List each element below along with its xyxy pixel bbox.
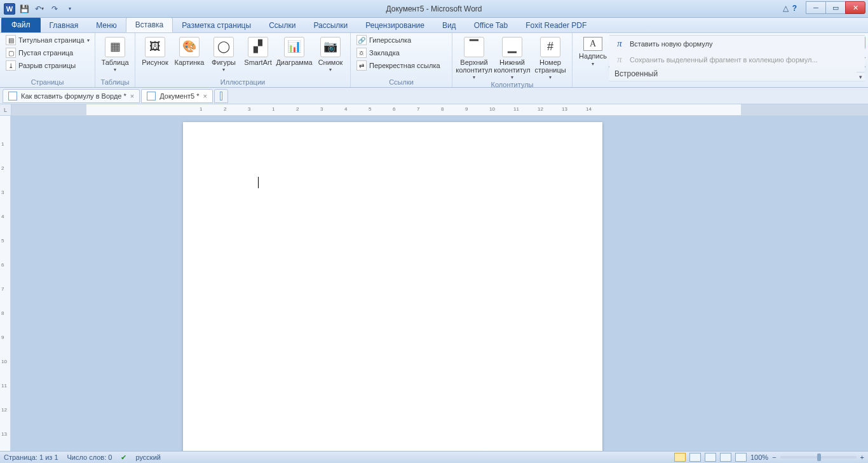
close-button[interactable]: ✕ [845, 1, 865, 14]
crossref-icon: ⇄ [356, 60, 367, 71]
document-canvas[interactable] [11, 116, 868, 451]
crossref-button[interactable]: ⇄Перекрестная ссылка [355, 60, 442, 71]
close-tab-icon[interactable]: × [130, 92, 134, 100]
picture-icon: 🖼 [145, 37, 165, 57]
shapes-button[interactable]: ◯Фигуры▾ [208, 34, 240, 73]
hyperlink-icon: 🔗 [356, 35, 367, 45]
footer-icon: ▁ [502, 37, 522, 57]
maximize-button[interactable]: ▭ [825, 1, 846, 14]
status-words[interactable]: Число слов: 0 [67, 453, 112, 461]
horizontal-ruler[interactable]: 123 123 456 789 101112 1314 [11, 104, 868, 116]
zoom-level[interactable]: 100% [750, 453, 768, 461]
group-tables: ▦ Таблица▾ Таблицы [95, 33, 135, 87]
view-full-screen[interactable] [689, 453, 701, 462]
group-label-illustrations: Иллюстрации [139, 78, 346, 87]
tab-mailings[interactable]: Рассылки [304, 18, 356, 32]
header-button[interactable]: ▔Верхний колонтитул▾ [456, 34, 492, 81]
view-outline[interactable] [720, 453, 731, 462]
title-bar: W 💾 ↶▾ ↷ ▾ Документ5 - Microsoft Word △ … [0, 0, 868, 18]
chart-button[interactable]: 📊Диаграмма [276, 34, 312, 66]
qat-save-icon[interactable]: 💾 [18, 3, 31, 15]
group-label-pages: Страницы [4, 78, 91, 87]
view-print-layout[interactable] [674, 453, 686, 462]
group-header-footer: ▔Верхний колонтитул▾ ▁Нижний колонтитул▾… [452, 33, 573, 87]
doc-tab-2[interactable]: Документ5 *× [141, 89, 213, 103]
doc-icon [8, 92, 17, 100]
footer-button[interactable]: ▁Нижний колонтитул▾ [494, 34, 530, 81]
tab-review[interactable]: Рецензирование [356, 18, 433, 32]
clipart-icon: 🎨 [179, 37, 200, 57]
pi-disabled-icon: π [614, 54, 625, 65]
status-language[interactable]: русский [135, 453, 160, 461]
page[interactable] [183, 122, 602, 451]
group-illustrations: 🖼Рисунок 🎨Картинка ◯Фигуры▾ ▞SmartArt 📊Д… [135, 33, 351, 87]
doc-icon [220, 92, 222, 100]
qat-redo-icon[interactable]: ↷ [48, 3, 61, 15]
minimize-button[interactable]: ─ [806, 1, 826, 14]
textbox-button[interactable]: A Надпись▾ [576, 34, 609, 67]
group-text: A Надпись▾ [573, 33, 613, 87]
zoom-in-button[interactable]: + [860, 453, 864, 461]
eq-label-binom: Бином Ньютона [614, 87, 851, 88]
bookmark-button[interactable]: ⛭Закладка [355, 47, 442, 59]
group-links: 🔗Гиперссылка ⛭Закладка ⇄Перекрестная ссы… [351, 33, 452, 87]
help-icon[interactable]: ? [792, 4, 797, 13]
clipart-button[interactable]: 🎨Картинка [173, 34, 205, 66]
cover-page-button[interactable]: ▤Титульная страница▾ [4, 34, 92, 46]
equation-gallery: Встроенный Бином Ньютона (x + a)n = n∑k=… [609, 66, 865, 67]
scroll-down-icon[interactable]: ▾ [857, 72, 865, 81]
shapes-icon: ◯ [214, 37, 234, 57]
picture-button[interactable]: 🖼Рисунок [139, 34, 171, 66]
new-doc-tab[interactable] [214, 89, 228, 103]
window-title: Документ5 - Microsoft Word [0, 4, 868, 13]
screenshot-icon: 📷 [320, 37, 341, 57]
close-tab-icon[interactable]: × [203, 92, 207, 100]
view-web-layout[interactable] [705, 453, 716, 462]
zoom-out-button[interactable]: − [772, 453, 776, 461]
smartart-button[interactable]: ▞SmartArt [242, 34, 274, 66]
left-gutter: L 123 456 789 101112 13 [0, 104, 11, 451]
tab-file[interactable]: Файл [1, 17, 41, 32]
group-pages: ▤Титульная страница▾ ▢Пустая страница ⤓Р… [0, 33, 95, 87]
quick-access-toolbar: W 💾 ↶▾ ↷ ▾ [0, 3, 76, 15]
qat-customize-icon[interactable]: ▾ [64, 3, 76, 15]
table-button[interactable]: ▦ Таблица▾ [99, 34, 131, 73]
screenshot-button[interactable]: 📷Снимок▾ [315, 34, 346, 73]
status-bar: Страница: 1 из 1 Число слов: 0 ✔ русский… [0, 451, 868, 463]
view-draft[interactable] [735, 453, 747, 462]
ribbon-minimize-icon[interactable]: △ [783, 4, 789, 13]
tab-home[interactable]: Главная [41, 18, 88, 32]
hyperlink-button[interactable]: 🔗Гиперссылка [355, 34, 442, 46]
bookmark-icon: ⛭ [356, 48, 367, 58]
tab-office[interactable]: Office Tab [465, 18, 517, 32]
header-icon: ▔ [464, 37, 484, 57]
textbox-icon: A [583, 37, 602, 51]
qat-undo-icon[interactable]: ↶▾ [33, 3, 46, 15]
pi-icon: π [614, 38, 625, 49]
ribbon: ▤Титульная страница▾ ▢Пустая страница ⤓Р… [0, 33, 868, 88]
workspace: L 123 456 789 101112 13 123 123 456 789 … [0, 104, 868, 451]
group-label-links: Ссылки [355, 78, 448, 87]
tab-page-layout[interactable]: Разметка страницы [173, 18, 260, 32]
insert-new-equation[interactable]: πВставить новую формулу [609, 36, 865, 52]
tab-view[interactable]: Вид [433, 18, 465, 32]
doc-tab-1[interactable]: Как вставить формулу в Ворде *× [3, 89, 140, 103]
ribbon-help-area: △ ? [783, 4, 797, 13]
blank-page-button[interactable]: ▢Пустая страница [4, 47, 92, 59]
status-proofing-icon[interactable]: ✔ [121, 453, 126, 462]
vertical-ruler[interactable]: 123 456 789 101112 13 [0, 116, 11, 451]
tab-foxit[interactable]: Foxit Reader PDF [517, 18, 595, 32]
tab-insert[interactable]: Вставка [126, 17, 173, 32]
tab-references[interactable]: Ссылки [260, 18, 304, 32]
word-app-icon[interactable]: W [4, 3, 15, 15]
tab-selector[interactable]: L [0, 104, 11, 116]
page-number-icon: # [540, 37, 560, 57]
page-number-button[interactable]: #Номер страницы▾ [532, 34, 568, 81]
zoom-slider[interactable] [780, 456, 857, 459]
equation-gallery-list: Бином Ньютона (x + a)n = n∑k=0 (nk) xkan… [609, 81, 856, 88]
table-icon: ▦ [105, 37, 125, 57]
equation-gallery-footer: πВставить новую формулу πСохранить выдел… [609, 35, 865, 67]
tab-menu[interactable]: Меню [87, 18, 125, 32]
page-break-button[interactable]: ⤓Разрыв страницы [4, 60, 92, 71]
status-page[interactable]: Страница: 1 из 1 [4, 453, 58, 461]
